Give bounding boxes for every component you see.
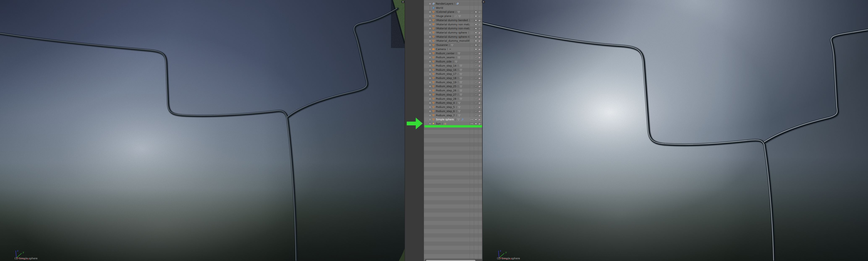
toggle-visibility-eye-icon[interactable] — [470, 114, 473, 117]
toggle-visibility-eye-icon[interactable] — [470, 52, 473, 55]
toggle-selectability-cursor-icon[interactable] — [474, 85, 477, 88]
expand-toggle-icon[interactable] — [429, 11, 431, 13]
expand-toggle-icon[interactable] — [429, 52, 431, 55]
outliner-row--material-dummy-sphere-ribbon[interactable]: !Material dummy sphere ribbon — [424, 35, 482, 39]
expand-toggle-icon[interactable] — [429, 106, 431, 108]
toggle-renderability-camera-icon[interactable] — [478, 60, 482, 63]
expand-toggle-icon[interactable] — [429, 94, 431, 96]
outliner-row--material-dummy-non-metals-ho[interactable]: !Material dummy non-metals ho — [424, 26, 482, 31]
outliner-row-simple-sphere[interactable]: Simple sphere — [424, 118, 482, 122]
object-name[interactable]: Podium_step_26 — [436, 89, 457, 92]
outliner-row-podium-step-7[interactable]: Podium_step_7 — [424, 113, 482, 118]
expand-toggle-icon[interactable] — [429, 56, 431, 59]
outliner-panel[interactable]: RenderLayersWorld!Colored plane!Huge pla… — [424, 0, 482, 261]
toggle-renderability-camera-icon[interactable] — [478, 56, 482, 59]
toggle-selectability-cursor-icon[interactable] — [474, 97, 477, 100]
toggle-visibility-eye-icon[interactable] — [470, 97, 473, 100]
outliner-row-podium-step-18[interactable]: Podium_step_18 — [424, 76, 482, 80]
object-name[interactable]: !Material dummy bended — [436, 19, 468, 22]
expand-toggle-icon[interactable] — [429, 31, 431, 34]
outliner-row--material-dummy-sphere[interactable]: !Material dummy sphere — [424, 31, 482, 35]
outliner-row-podium-step-4[interactable]: Podium_step_4 — [424, 101, 482, 105]
object-name[interactable]: !Susanne — [436, 43, 447, 46]
toggle-selectability-cursor-icon[interactable] — [474, 122, 477, 125]
toggle-selectability-cursor-icon[interactable] — [474, 118, 477, 121]
object-name[interactable]: !Material dummy non metals ve — [436, 23, 469, 26]
outliner-row--material-dummy-bended[interactable]: !Material dummy bended — [424, 18, 482, 23]
toggle-selectability-cursor-icon[interactable] — [474, 114, 477, 117]
outliner-row--colored-plane[interactable]: !Colored plane — [424, 10, 482, 14]
toggle-selectability-cursor-icon[interactable] — [474, 10, 477, 13]
toggle-renderability-camera-icon[interactable] — [478, 114, 482, 117]
toggle-renderability-camera-icon[interactable] — [478, 31, 482, 34]
expand-toggle-icon[interactable] — [429, 15, 431, 18]
toggle-selectability-cursor-icon[interactable] — [474, 35, 477, 38]
object-name[interactable]: Podium_step_16 — [436, 69, 457, 71]
object-name[interactable]: Podium_step_18 — [436, 77, 457, 80]
toggle-selectability-cursor-icon[interactable] — [474, 81, 477, 84]
object-name[interactable]: !Colored plane — [436, 10, 454, 13]
object-name[interactable]: Camera — [436, 48, 446, 51]
object-name[interactable]: Sun — [436, 122, 441, 125]
expand-toggle-icon[interactable] — [429, 36, 431, 38]
toggle-selectability-cursor-icon[interactable] — [474, 56, 477, 59]
toggle-selectability-cursor-icon[interactable] — [474, 60, 477, 63]
outliner-row-world[interactable]: World — [424, 6, 482, 10]
toggle-renderability-camera-icon[interactable] — [478, 39, 482, 42]
toggle-renderability-camera-icon[interactable] — [478, 19, 482, 22]
expand-toggle-icon[interactable] — [429, 19, 431, 22]
toggle-visibility-eye-icon[interactable] — [470, 15, 473, 18]
outliner-row-podium-step-6[interactable]: Podium_step_6 — [424, 109, 482, 113]
toggle-renderability-camera-icon[interactable] — [478, 110, 482, 113]
outliner-row--huge-plane[interactable]: !Huge plane — [424, 14, 482, 18]
toggle-visibility-eye-icon[interactable] — [470, 72, 473, 75]
expand-toggle-icon[interactable] — [429, 77, 431, 79]
outliner-row-camera[interactable]: Camera — [424, 47, 482, 52]
toggle-renderability-camera-icon[interactable] — [478, 85, 482, 88]
object-name[interactable]: Podium_step_4 — [436, 101, 455, 104]
object-name[interactable]: !Material_dummy_monolith — [436, 39, 469, 42]
outliner-row-podium-step-19[interactable]: Podium_step_19 — [424, 80, 482, 85]
expand-toggle-icon[interactable] — [429, 73, 431, 75]
outliner-row--susanne[interactable]: !Susanne — [424, 43, 482, 47]
toggle-visibility-eye-icon[interactable] — [470, 48, 473, 51]
toggle-renderability-camera-icon[interactable] — [478, 97, 482, 100]
expand-toggle-icon[interactable] — [429, 118, 431, 121]
toggle-selectability-cursor-icon[interactable] — [474, 64, 477, 67]
toggle-selectability-cursor-icon[interactable] — [474, 77, 477, 80]
toggle-renderability-camera-icon[interactable] — [478, 48, 482, 51]
object-name[interactable]: Podium_step_6 — [436, 110, 455, 113]
toggle-visibility-eye-icon[interactable] — [470, 69, 473, 71]
toggle-visibility-eye-icon[interactable] — [470, 106, 473, 108]
toggle-selectability-cursor-icon[interactable] — [474, 52, 477, 55]
toggle-selectability-cursor-icon[interactable] — [474, 43, 477, 46]
object-name[interactable]: RenderLayers — [436, 2, 453, 5]
toggle-selectability-cursor-icon[interactable] — [474, 15, 477, 18]
scrollbar-thumb[interactable] — [426, 260, 475, 261]
object-name[interactable]: Podium_step_5 — [436, 106, 455, 108]
expand-toggle-icon[interactable] — [429, 27, 431, 30]
toggle-selectability-cursor-icon[interactable] — [474, 69, 477, 71]
outliner-row-podium-step-27[interactable]: Podium_step_27 — [424, 93, 482, 97]
outliner-row-renderlayers[interactable]: RenderLayers — [424, 2, 482, 6]
toggle-renderability-camera-icon[interactable] — [478, 23, 482, 26]
toggle-visibility-eye-icon[interactable] — [470, 122, 473, 125]
object-name[interactable]: !Material dummy non-metals ho — [436, 27, 469, 30]
toggle-selectability-cursor-icon[interactable] — [474, 93, 477, 96]
outliner-row-podium-side[interactable]: Podium_side — [424, 60, 482, 64]
object-name[interactable]: Podium_center — [436, 52, 455, 55]
expand-toggle-icon[interactable] — [429, 40, 431, 42]
object-name[interactable]: World — [436, 6, 443, 9]
toggle-selectability-cursor-icon[interactable] — [474, 89, 477, 92]
object-name[interactable]: Podium_step_7 — [436, 114, 455, 117]
toggle-visibility-eye-icon[interactable] — [470, 110, 473, 113]
expand-toggle-icon[interactable] — [429, 85, 431, 88]
expand-toggle-icon[interactable] — [429, 23, 431, 26]
toggle-visibility-eye-icon[interactable] — [470, 23, 473, 26]
toggle-renderability-camera-icon[interactable] — [478, 64, 482, 67]
outliner-row-podium-step-5[interactable]: Podium_step_5 — [424, 105, 482, 109]
outliner-row-podium-step-14[interactable]: Podium_step_14 — [424, 64, 482, 68]
toggle-visibility-eye-icon[interactable] — [470, 93, 473, 96]
expand-toggle-icon[interactable] — [429, 2, 431, 5]
expand-toggle-icon[interactable] — [429, 69, 431, 71]
